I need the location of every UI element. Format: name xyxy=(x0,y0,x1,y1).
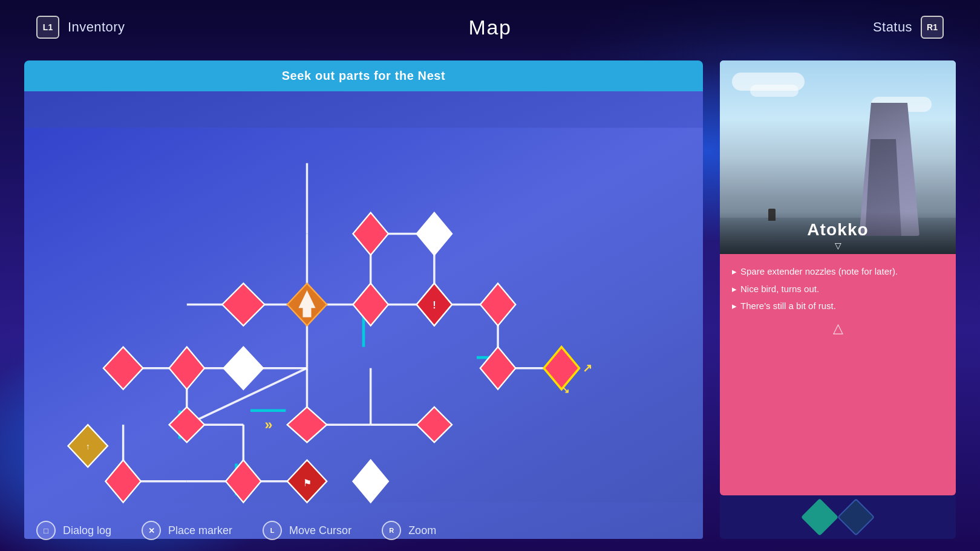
note-1: ▸Spare extender nozzles (note for later)… xyxy=(732,265,944,279)
note-3: ▸There's still a bit of rust. xyxy=(732,299,944,313)
map-title: Map xyxy=(468,16,511,39)
quest-title: Seek out parts for the Nest xyxy=(282,69,446,82)
note-2: ▸Nice bird, turns out. xyxy=(732,282,944,296)
nav-right: Status R1 xyxy=(873,16,944,39)
l1-key-button[interactable]: L1 xyxy=(36,16,59,39)
svg-text:↗: ↗ xyxy=(583,362,592,374)
notes-icon: △ xyxy=(732,321,944,336)
svg-text:!: ! xyxy=(433,299,436,310)
zoom-label: Zoom xyxy=(408,524,436,537)
location-triangle: ▽ xyxy=(732,241,944,250)
dialog-log-label: Dialog log xyxy=(63,524,111,537)
bottom-controls: □ Dialog log ✕ Place marker L Move Curso… xyxy=(24,510,956,551)
place-marker-label: Place marker xyxy=(168,524,232,537)
x-button[interactable]: ✕ xyxy=(142,521,161,540)
svg-text:»: » xyxy=(264,417,272,432)
control-place-marker: ✕ Place marker xyxy=(142,521,232,540)
r-button[interactable]: R xyxy=(382,521,401,540)
r1-key-button[interactable]: R1 xyxy=(921,16,944,39)
right-panel: Atokko ▽ ▸Spare extender nozzles (note f… xyxy=(720,60,956,539)
map-panel: Seek out parts for the Nest xyxy=(24,60,703,539)
map-header: Seek out parts for the Nest xyxy=(24,60,703,91)
l-button[interactable]: L xyxy=(263,521,282,540)
svg-text:↘: ↘ xyxy=(561,384,569,395)
status-label[interactable]: Status xyxy=(873,19,912,35)
svg-text:⚑: ⚑ xyxy=(303,477,312,488)
control-dialog-log: □ Dialog log xyxy=(36,521,111,540)
location-name: Atokko xyxy=(732,220,944,240)
nav-center: Map xyxy=(468,16,511,39)
location-image: Atokko ▽ xyxy=(720,60,956,254)
location-notes: ▸Spare extender nozzles (note for later)… xyxy=(720,254,956,495)
map-body[interactable]: ! ↑ ⚑ xyxy=(24,91,703,539)
main-content: Seek out parts for the Nest xyxy=(24,60,956,539)
control-move-cursor: L Move Cursor xyxy=(263,521,351,540)
top-navigation: L1 Inventory Map Status R1 xyxy=(0,0,980,54)
square-button[interactable]: □ xyxy=(36,521,56,540)
cloud-2 xyxy=(750,85,799,97)
nav-left: L1 Inventory xyxy=(36,16,125,39)
control-zoom: R Zoom xyxy=(382,521,436,540)
inventory-label[interactable]: Inventory xyxy=(68,19,125,35)
map-svg: ! ↑ ⚑ xyxy=(24,91,703,539)
svg-text:↑: ↑ xyxy=(86,442,90,451)
location-name-bar: Atokko ▽ xyxy=(720,212,956,254)
move-cursor-label: Move Cursor xyxy=(289,524,351,537)
